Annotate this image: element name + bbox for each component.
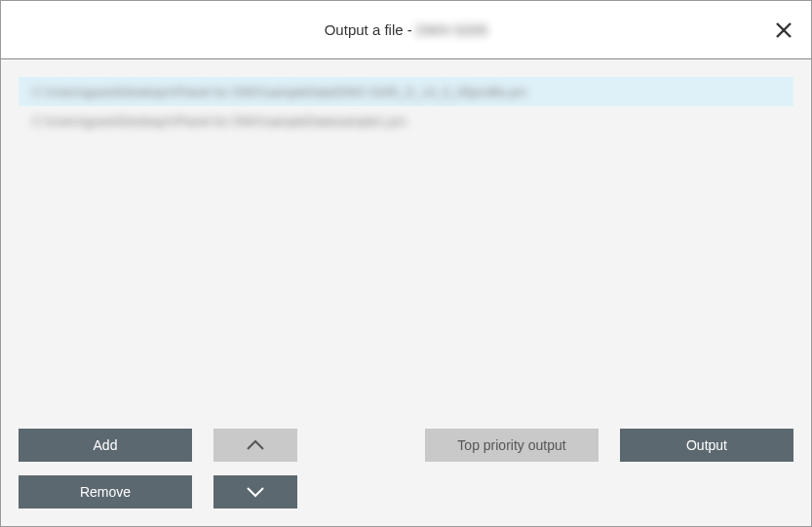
list-item[interactable]: C:\Users\guest\Desktop\VPanel for DWX\sa… xyxy=(19,106,793,135)
move-up-button[interactable] xyxy=(213,429,297,462)
col-reorder xyxy=(213,429,297,508)
output-button[interactable]: Output xyxy=(620,429,793,462)
add-button[interactable]: Add xyxy=(19,429,192,462)
close-button[interactable] xyxy=(770,17,797,44)
close-icon xyxy=(774,20,793,40)
list-item[interactable]: C:\Users\guest\Desktop\VPanel for DWX\sa… xyxy=(19,77,793,106)
list-item-path: C:\Users\guest\Desktop\VPanel for DWX\sa… xyxy=(32,85,527,99)
chevron-up-icon xyxy=(245,438,266,452)
top-priority-button[interactable]: Top priority output xyxy=(425,429,599,462)
title-suffix: DWX-5205 xyxy=(416,21,487,38)
chevron-down-icon xyxy=(245,485,266,499)
move-down-button[interactable] xyxy=(213,475,297,508)
titlebar: Output a file - DWX-5205 xyxy=(1,1,811,59)
file-list[interactable]: C:\Users\guest\Desktop\VPanel for DWX\sa… xyxy=(19,77,793,135)
dialog-title: Output a file - DWX-5205 xyxy=(325,21,488,38)
spacer xyxy=(319,429,404,508)
list-item-path: C:\Users\guest\Desktop\VPanel for DWX\sa… xyxy=(32,114,406,129)
col-add-remove: Add Remove xyxy=(19,429,192,508)
output-file-dialog: Output a file - DWX-5205 C:\Users\guest\… xyxy=(0,0,812,527)
col-output: Output xyxy=(620,429,793,508)
col-top-priority: Top priority output xyxy=(425,429,599,508)
dialog-body: C:\Users\guest\Desktop\VPanel for DWX\sa… xyxy=(1,59,811,526)
file-list-area: C:\Users\guest\Desktop\VPanel for DWX\sa… xyxy=(1,59,811,413)
title-prefix: Output a file - xyxy=(325,21,416,38)
footer-buttons: Add Remove Top priority output xyxy=(1,413,811,526)
remove-button[interactable]: Remove xyxy=(19,475,192,508)
